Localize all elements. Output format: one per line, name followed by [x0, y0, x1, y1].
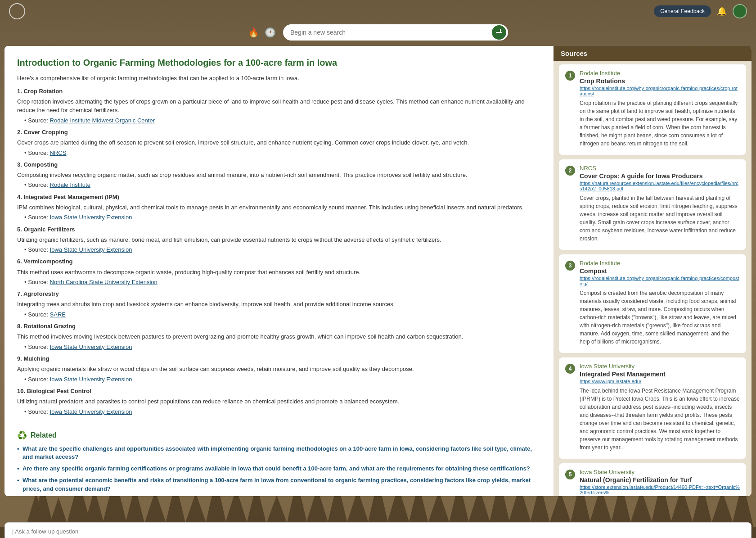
source-card-1-body: Rodale Institute Crop Rotations https://…	[580, 70, 740, 148]
section-2: 2. Cover Cropping Cover crops are plante…	[17, 128, 541, 157]
section-5-source: • Source: Iowa State University Extensio…	[24, 246, 541, 254]
section-7-heading: 7. Agroforestry	[17, 290, 541, 298]
source-desc-1: Crop rotation is the practice of plantin…	[580, 99, 740, 148]
section-6-source: • Source: North Carolina State Universit…	[24, 278, 541, 286]
source-doc-title-3: Compost	[580, 267, 740, 275]
section-8-body: This method involves moving livestock be…	[17, 332, 541, 341]
source-url-4[interactable]: https://www.ipm.iastate.edu/	[580, 379, 740, 384]
related-item-3[interactable]: What are the potential economic benefits…	[17, 476, 541, 493]
source-org-5: Iowa State University	[580, 469, 740, 475]
section-9-body: Applying organic materials like straw or…	[17, 365, 541, 374]
section-1: 1. Crop Rotation Crop rotation involves …	[17, 87, 541, 125]
source-6-link[interactable]: North Carolina State University Extensio…	[50, 279, 158, 285]
section-10-source: • Source: Iowa State University Extensio…	[24, 408, 541, 416]
source-url-2[interactable]: https://naturalresources.extension.iasta…	[580, 181, 740, 191]
svg-rect-39	[500, 29, 501, 33]
section-7: 7. Agroforestry Integrating trees and sh…	[17, 290, 541, 319]
flame-icon[interactable]: 🔥	[248, 27, 259, 38]
section-5-body: Utilizing organic fertilizers, such as m…	[17, 235, 541, 244]
source-doc-title-5: Natural (Organic) Fertilization for Turf	[580, 476, 740, 484]
section-9: 9. Mulching Applying organic materials l…	[17, 355, 541, 384]
section-4-heading: 4. Integrated Pest Management (IPM)	[17, 193, 541, 201]
source-url-5[interactable]: https://store.extension.iastate.edu/Prod…	[580, 484, 740, 495]
section-8: 8. Rotational Grazing This method involv…	[17, 322, 541, 351]
section-8-source: • Source: Iowa State University Extensio…	[24, 343, 541, 351]
history-icon[interactable]: 🕐	[265, 27, 276, 38]
section-5: 5. Organic Fertilizers Utilizing organic…	[17, 226, 541, 254]
source-number-2: 2	[565, 166, 575, 176]
source-doc-title-1: Crop Rotations	[580, 77, 740, 85]
source-org-1: Rodale Institute	[580, 70, 740, 77]
top-bar: General Feedback 🔔	[0, 0, 756, 23]
source-card-1-header: 1 Rodale Institute Crop Rotations https:…	[565, 70, 740, 148]
source-card-3-body: Rodale Institute Compost https://rodalei…	[580, 260, 740, 346]
source-card-2: 2 NRCS Cover Crops: A guide for Iowa Pro…	[559, 159, 746, 250]
section-2-heading: 2. Cover Cropping	[17, 128, 541, 136]
section-9-heading: 9. Mulching	[17, 355, 541, 363]
search-submit-button[interactable]	[492, 25, 506, 40]
source-card-2-body: NRCS Cover Crops: A guide for Iowa Produ…	[580, 165, 740, 243]
section-4: 4. Integrated Pest Management (IPM) IPM …	[17, 193, 541, 222]
source-card-1: 1 Rodale Institute Crop Rotations https:…	[559, 64, 746, 155]
source-2-link[interactable]: NRCS	[50, 149, 67, 156]
source-desc-2: Cover crops, planted in the fall between…	[580, 194, 740, 243]
followup-input[interactable]	[4, 522, 752, 538]
source-card-4: 4 Iowa State University Integrated Pest …	[559, 357, 746, 459]
related-item-2[interactable]: Are there any specific organic farming c…	[17, 465, 541, 473]
section-3-body: Composting involves recycling organic ma…	[17, 171, 541, 180]
general-feedback-button[interactable]: General Feedback	[654, 5, 711, 17]
section-3-source: • Source: Rodale Institute	[24, 181, 541, 189]
logo	[9, 3, 25, 19]
section-6-body: This method uses earthworms to decompose…	[17, 268, 541, 277]
source-url-3[interactable]: https://rodaleinstitute.org/why-organic/…	[580, 276, 740, 286]
source-card-5-body: Iowa State University Natural (Organic) …	[580, 469, 740, 496]
source-org-3: Rodale Institute	[580, 260, 740, 267]
related-section: ♻️ Related What are the specific challen…	[17, 425, 541, 493]
source-card-5-header: 5 Iowa State University Natural (Organic…	[565, 469, 740, 496]
section-1-source: • Source: Rodale Institute Midwest Organ…	[24, 117, 541, 125]
source-url-1[interactable]: https://rodaleinstitute.org/why-organic/…	[580, 86, 740, 96]
top-bar-right: General Feedback 🔔	[654, 4, 747, 18]
section-3-heading: 3. Composting	[17, 161, 541, 169]
source-number-5: 5	[565, 470, 575, 479]
sources-list: 1 Rodale Institute Crop Rotations https:…	[554, 61, 752, 496]
search-bar-container: 🔥 🕐	[0, 23, 756, 46]
source-number-4: 4	[565, 364, 575, 374]
section-7-body: Integrating trees and shrubs into crop a…	[17, 300, 541, 309]
source-1-link[interactable]: Rodale Institute Midwest Organic Center	[50, 117, 155, 124]
source-5-link[interactable]: Iowa State University Extension	[50, 246, 132, 253]
source-doc-title-2: Cover Crops: A guide for Iowa Producers	[580, 172, 740, 180]
user-avatar[interactable]	[733, 4, 747, 18]
source-card-3: 3 Rodale Institute Compost https://rodal…	[559, 254, 746, 353]
source-3-link[interactable]: Rodale Institute	[50, 181, 90, 188]
source-8-link[interactable]: Iowa State University Extension	[50, 344, 132, 350]
source-10-link[interactable]: Iowa State University Extension	[50, 408, 132, 415]
right-panel: Sources 1 Rodale Institute Crop Rotation…	[554, 46, 752, 496]
source-number-1: 1	[565, 71, 575, 81]
section-2-source: • Source: NRCS	[24, 149, 541, 157]
search-input[interactable]	[283, 24, 508, 41]
source-7-link[interactable]: SARE	[50, 311, 66, 318]
source-number-3: 3	[565, 261, 575, 271]
sources-title: Sources	[561, 50, 587, 57]
left-panel: Introduction to Organic Farming Methodol…	[4, 46, 554, 496]
section-9-source: • Source: Iowa State University Extensio…	[24, 375, 541, 384]
search-input-wrap	[283, 24, 508, 41]
section-8-heading: 8. Rotational Grazing	[17, 322, 541, 330]
source-card-4-body: Iowa State University Integrated Pest Ma…	[580, 363, 740, 452]
section-4-body: IPM combines biological, cultural, physi…	[17, 203, 541, 212]
section-10-heading: 10. Biological Pest Control	[17, 387, 541, 395]
source-doc-title-4: Integrated Pest Management	[580, 371, 740, 378]
followup-container	[4, 522, 752, 538]
article-intro: Here's a comprehensive list of organic f…	[17, 74, 541, 83]
search-icons: 🔥 🕐	[248, 27, 276, 38]
source-org-2: NRCS	[580, 165, 740, 172]
notification-icon[interactable]: 🔔	[716, 5, 728, 18]
source-4-link[interactable]: Iowa State University Extension	[50, 214, 132, 221]
source-9-link[interactable]: Iowa State University Extension	[50, 376, 132, 383]
source-desc-3: Compost is created from the aerobic deco…	[580, 289, 740, 346]
related-item-1[interactable]: What are the specific challenges and opp…	[17, 445, 541, 461]
svg-rect-38	[496, 32, 502, 33]
section-1-heading: 1. Crop Rotation	[17, 87, 541, 95]
section-6-heading: 6. Vermicomposting	[17, 258, 541, 266]
